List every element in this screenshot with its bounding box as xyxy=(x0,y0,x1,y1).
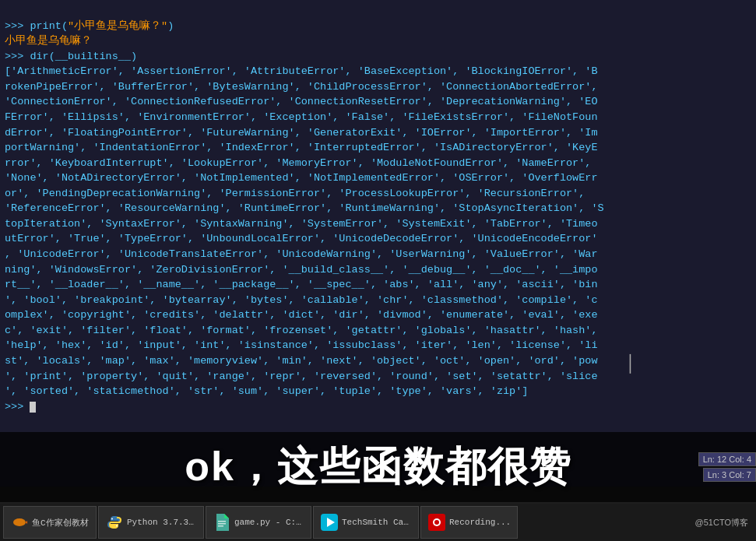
taskbar-item-file[interactable]: game.py - C:/User... xyxy=(206,506,311,539)
line-col-1: Ln: 12 Col: 4 xyxy=(698,452,756,466)
svg-rect-4 xyxy=(218,521,226,522)
taskbar-label-camtasia: TechSmith Camta... xyxy=(342,518,412,527)
terminal-output: >>> print("小甲鱼是乌龟嘛？") 小甲鱼是乌龟嘛？ >>> dir(_… xyxy=(5,3,751,444)
taskbar: 鱼C作家创教材 Python 3.7.3 Shell game.py - C:/… xyxy=(0,504,756,541)
taskbar-label-python: Python 3.7.3 Shell xyxy=(127,518,197,527)
svg-point-11 xyxy=(434,520,439,525)
line-col-panel: Ln: 12 Col: 4 Ln: 3 Col: 7 xyxy=(690,0,756,487)
watermark-text: ok，这些函数都很赞 xyxy=(185,440,571,494)
taskbar-item-recording[interactable]: Recording... xyxy=(420,506,518,539)
svg-point-3 xyxy=(116,525,118,527)
csdn-watermark: @51CTO博客 xyxy=(695,517,753,529)
taskbar-item-fish[interactable]: 鱼C作家创教材 xyxy=(3,506,97,539)
camtasia-icon xyxy=(320,513,339,532)
line-col-2: Ln: 3 Col: 7 xyxy=(703,468,756,482)
python-icon xyxy=(105,513,124,532)
svg-rect-6 xyxy=(218,525,223,527)
file-icon xyxy=(213,513,231,532)
taskbar-label-recording: Recording... xyxy=(449,518,511,527)
taskbar-label-file: game.py - C:/User... xyxy=(234,518,304,527)
watermark-overlay: ok，这些函数都很赞 xyxy=(0,432,756,502)
taskbar-label-fish: 鱼C作家创教材 xyxy=(32,517,89,529)
svg-point-2 xyxy=(111,518,113,520)
ibeam-cursor-icon: │ xyxy=(625,354,635,374)
svg-point-0 xyxy=(13,518,26,526)
svg-rect-5 xyxy=(218,523,226,525)
recording-icon xyxy=(427,513,446,532)
taskbar-item-python[interactable]: Python 3.7.3 Shell xyxy=(98,506,204,539)
terminal-window: >>> print("小甲鱼是乌龟嘛？") 小甲鱼是乌龟嘛？ >>> dir(_… xyxy=(0,0,756,487)
taskbar-item-camtasia[interactable]: TechSmith Camta... xyxy=(313,506,419,539)
fish-icon xyxy=(10,513,29,532)
svg-marker-1 xyxy=(26,519,27,525)
